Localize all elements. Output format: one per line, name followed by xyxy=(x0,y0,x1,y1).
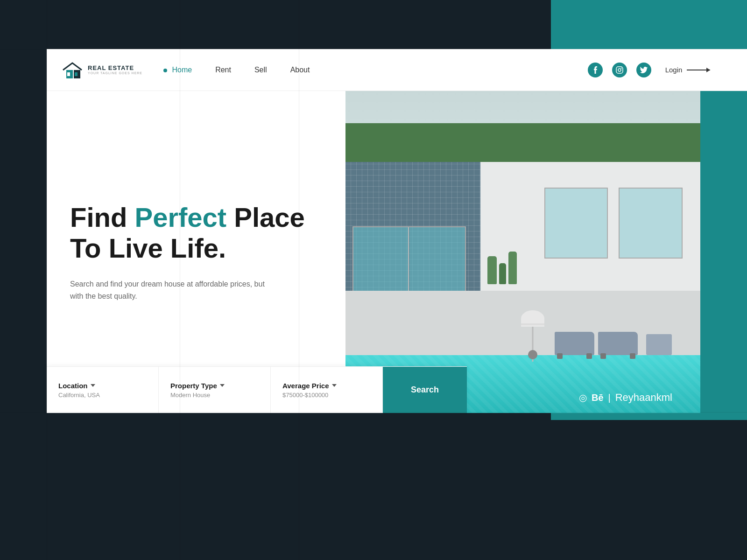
grid-line-v1 xyxy=(47,0,47,560)
photo-umbrella xyxy=(521,310,544,362)
logo-text: REAL ESTATE YOUR TAGLINE GOES HERE xyxy=(88,65,142,75)
twitter-icon[interactable] xyxy=(636,63,651,77)
hero-subtitle: Search and find your dream house at affo… xyxy=(70,278,266,302)
hero-title: Find Perfect Place To Live Life. xyxy=(70,202,322,264)
nav-social-login: Login xyxy=(551,49,747,91)
logo-icon xyxy=(61,61,84,79)
hero-title-part2: Place xyxy=(226,202,305,232)
watermark: ◎ Bē | Reyhaankml xyxy=(579,392,672,404)
property-type-value: Modern House xyxy=(170,392,259,399)
svg-rect-2 xyxy=(67,72,70,76)
grid-line-h2 xyxy=(0,412,747,413)
table-small xyxy=(646,334,672,355)
svg-point-6 xyxy=(621,68,622,69)
instagram-icon[interactable] xyxy=(612,63,627,77)
hero-title-highlight: Perfect xyxy=(135,202,227,232)
house-photo: ◎ Bē | Reyhaankml xyxy=(345,91,700,413)
nav-sell[interactable]: Sell xyxy=(254,66,267,74)
main-card: REAL ESTATE YOUR TAGLINE GOES HERE Home … xyxy=(47,49,700,413)
nav-dot xyxy=(163,69,167,72)
chair-2 xyxy=(598,332,638,355)
nav-rent[interactable]: Rent xyxy=(215,66,231,74)
hero-section: Find Perfect Place To Live Life. Search … xyxy=(47,91,345,413)
watermark-behance: Bē xyxy=(592,392,604,403)
login-arrow-icon xyxy=(687,70,710,70)
nav-home[interactable]: Home xyxy=(163,66,192,74)
average-price-value: $75000-$100000 xyxy=(282,392,371,399)
nav-about[interactable]: About xyxy=(290,66,310,74)
photo-plants xyxy=(487,204,541,285)
photo-lounge-chairs xyxy=(555,332,672,355)
grid-line-v2 xyxy=(180,0,180,560)
average-price-chevron xyxy=(332,384,337,387)
average-price-field[interactable]: Average Price $75000-$100000 xyxy=(271,367,383,413)
property-type-chevron xyxy=(220,384,225,387)
login-label: Login xyxy=(665,66,683,74)
property-type-field[interactable]: Property Type Modern House xyxy=(159,367,271,413)
location-field[interactable]: Location California, USA xyxy=(47,367,159,413)
hero-title-line2: To Live Life. xyxy=(70,233,226,263)
property-type-label: Property Type xyxy=(170,382,259,390)
grid-line-v3 xyxy=(299,0,299,560)
search-button[interactable]: Search xyxy=(383,367,467,413)
location-chevron xyxy=(91,384,95,387)
content-area: Find Perfect Place To Live Life. Search … xyxy=(47,91,700,413)
watermark-separator: | xyxy=(608,392,611,403)
average-price-label: Average Price xyxy=(282,382,371,390)
svg-rect-3 xyxy=(75,72,78,76)
location-label: Location xyxy=(58,382,147,390)
svg-point-5 xyxy=(618,69,621,71)
logo-subtitle: YOUR TAGLINE GOES HERE xyxy=(88,71,142,75)
photo-window-right xyxy=(619,188,683,259)
logo-title: REAL ESTATE xyxy=(88,65,142,71)
chair-1 xyxy=(555,332,594,355)
hero-title-part1: Find xyxy=(70,202,135,232)
hero-image: ◎ Bē | Reyhaankml xyxy=(345,91,700,413)
watermark-author: Reyhaankml xyxy=(615,392,672,404)
login-button[interactable]: Login xyxy=(665,66,711,74)
search-bar: Location California, USA Property Type M… xyxy=(47,366,467,413)
grid-line-h1 xyxy=(0,49,747,49)
logo: REAL ESTATE YOUR TAGLINE GOES HERE xyxy=(61,61,163,79)
watermark-instagram-icon: ◎ xyxy=(579,392,587,403)
facebook-icon[interactable] xyxy=(588,63,603,77)
photo-window-right2 xyxy=(544,188,608,259)
location-value: California, USA xyxy=(58,392,147,399)
svg-rect-4 xyxy=(616,67,623,73)
